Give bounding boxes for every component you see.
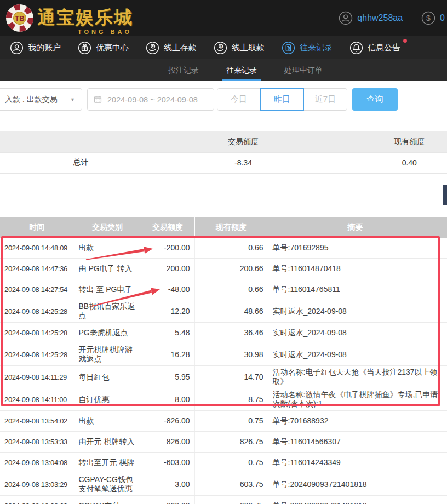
cell-summary: 实时返水_2024-09-08 [268,323,443,343]
floating-side-tab[interactable] [443,185,447,205]
bell-icon [349,41,363,55]
cell-amount: 600.00 [141,496,194,504]
casino-chip-icon: TB [5,4,34,32]
query-button[interactable]: 查询 [352,88,398,111]
quick-date-group: 今日 昨日 近7日 [217,88,347,111]
cell-summary: 活动名称:激情午夜《电子棋牌捕鱼》专场,已申请次数(含本次):1 [268,388,443,411]
cell-balance: 30.98 [194,343,268,366]
table-row[interactable]: 2024-09-08 14:47:36 由 PG电子 转入 200.00 200… [0,259,447,279]
cell-amount: 12.20 [141,300,194,323]
cell-amount: -200.00 [141,238,194,259]
cell-summary: 活动名称:电子红包天天抢《当天投注2137以上领取》 [268,366,443,388]
cell-type: 由 PG电子 转入 [74,259,141,279]
tab-betting-records[interactable]: 投注记录 [167,59,200,81]
table-row[interactable]: 2024-09-08 13:54:02 出款 -826.00 0.75 单号:7… [0,411,447,432]
cell-type: 转出至开元 棋牌 [74,453,141,473]
svg-text:$: $ [220,44,222,48]
transaction-type-select[interactable]: 入款 . 出款交易 ▼ [0,88,82,111]
cell-time: 2024-09-08 13:04:08 [0,453,74,473]
tab-label: 处理中订单 [284,66,323,75]
table-row[interactable]: 2024-09-08 14:11:00 自订优惠 8.00 8.75 活动名称:… [0,388,447,411]
cell-amount: 200.00 [141,259,194,279]
cell-summary: 单号:116014243349 [268,453,443,473]
cell-time: 2024-09-08 14:47:36 [0,259,74,279]
calendar-icon [93,95,102,104]
cell-balance: 603.75 [194,473,268,496]
summary-header-row: 交易额度 现有额度 [0,131,447,152]
cell-summary: 单号:701688932 [268,411,443,432]
nav-item-deposit[interactable]: 线上存款 [146,41,197,55]
user-account[interactable]: qhhw258aa [339,11,403,25]
table-row[interactable]: 2024-09-08 13:03:29 CGPAY-CG钱包支付笔笔送优惠 3.… [0,473,447,496]
cell-type: 转出 至 PG电子 [74,279,141,300]
cell-time: 2024-09-08 14:25:28 [0,323,74,343]
wallet-balance[interactable]: $ 0 [421,11,445,25]
table-row[interactable]: 2024-09-08 13:04:08 转出至开元 棋牌 -603.00 0.7… [0,453,447,473]
date-range-value: 2024-09-08 ~ 2024-09-08 [107,95,198,104]
cell-summary: 单号:202409093721401818 [268,496,443,504]
cell-time: 2024-09-08 14:48:09 [0,238,74,259]
table-row[interactable]: 2024-09-08 14:48:09 出款 -200.00 0.66 单号:7… [0,238,447,259]
cell-time: 2024-09-08 13:53:33 [0,432,74,453]
col-amount: 交易额度 [141,217,194,238]
summary-col-trade-amount: 交易额度 [162,131,325,152]
nav-item-my-account[interactable]: 我的账户 [10,41,61,55]
cell-sliver [443,279,447,300]
cell-balance: 14.70 [194,366,268,388]
svg-text:TB: TB [15,14,24,22]
tab-transaction-records[interactable]: 往来记录 [225,59,258,81]
cell-amount: 16.28 [141,343,194,366]
cell-type: CGPAY支付 [74,496,141,504]
last7days-button[interactable]: 近7日 [303,88,347,111]
username[interactable]: qhhw258aa [357,13,403,23]
tab-pending-orders[interactable]: 处理中订单 [283,59,324,81]
records-clipboard-icon [282,41,295,55]
tab-label: 投注记录 [168,66,199,75]
table-row[interactable]: 2024-09-08 13:03:29 CGPAY支付 600.00 600.7… [0,496,447,504]
cell-type: 由开元 棋牌转入 [74,432,141,453]
nav-item-withdraw[interactable]: $ 线上取款 [214,41,265,55]
cell-amount: 5.95 [141,366,194,388]
cell-time: 2024-09-08 13:03:29 [0,496,74,504]
date-range-input[interactable]: 2024-09-08 ~ 2024-09-08 [87,88,214,111]
nav-item-promotions[interactable]: 优惠中心 [78,41,129,55]
cell-amount: -603.00 [141,453,194,473]
cell-time: 2024-09-08 14:25:28 [0,300,74,323]
nav-label: 线上存款 [164,43,197,53]
table-row[interactable]: 2024-09-08 14:25:28 PG老虎机返点 5.48 36.46 实… [0,323,447,343]
site-title: 通宝娱乐城 [37,5,133,30]
nav-item-announcements[interactable]: 信息公告 [349,41,400,55]
user-icon [10,41,24,55]
col-sliver [443,217,447,238]
summary-trade-amount: -8.34 [162,152,325,173]
table-row[interactable]: 2024-09-08 13:53:33 由开元 棋牌转入 826.00 826.… [0,432,447,453]
table-row[interactable]: 2024-09-08 14:25:28 BB视讯百家乐返点 12.20 48.6… [0,300,447,323]
cell-type: 自订优惠 [74,388,141,411]
user-avatar-icon [339,11,353,25]
table-row[interactable]: 2024-09-08 14:27:54 转出 至 PG电子 -48.00 0.6… [0,279,447,300]
summary-col-empty [0,131,162,152]
yesterday-button[interactable]: 昨日 [260,88,304,111]
table-row[interactable]: 2024-09-08 14:25:28 开元棋牌棋牌游戏返点 16.28 30.… [0,343,447,366]
today-button[interactable]: 今日 [217,88,261,111]
cell-type: 出款 [74,411,141,432]
nav-item-transaction-records[interactable]: 往来记录 [282,41,333,55]
cell-summary: 实时返水_2024-09-08 [268,343,443,366]
col-type: 交易类别 [74,217,141,238]
dollar-coin-icon: $ [421,11,435,25]
cell-sliver [443,496,447,504]
col-time: 时间 [0,217,74,238]
tab-label: 往来记录 [226,66,257,75]
cell-balance: 200.66 [194,259,268,279]
summary-current-amount: 0.40 [325,152,447,173]
summary-section: 交易额度 现有额度 总计 -8.34 0.40 [0,131,447,174]
cell-type: 开元棋牌棋牌游戏返点 [74,343,141,366]
chevron-down-icon: ▼ [70,97,75,102]
record-tabs: 投注记录 往来记录 处理中订单 [0,59,447,81]
cell-sliver [443,432,447,453]
col-balance: 现有额度 [194,217,268,238]
cell-sliver [443,411,447,432]
table-row[interactable]: 2024-09-08 14:11:29 每日红包 5.95 14.70 活动名称… [0,366,447,388]
main-nav: 我的账户 优惠中心 线上存款 $ 线上取款 [0,36,447,59]
site-logo[interactable]: TB 通宝娱乐城 TONG BAO [5,4,133,32]
